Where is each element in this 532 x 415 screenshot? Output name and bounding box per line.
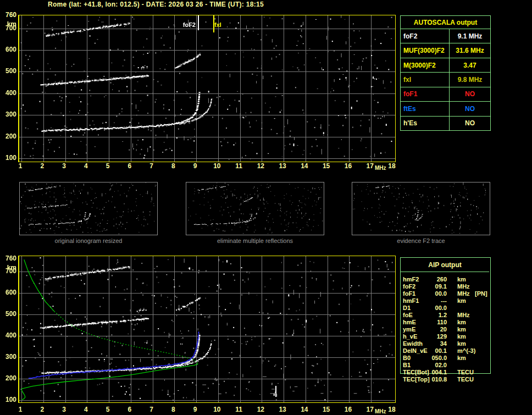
x-tick-label: 14 [297, 162, 312, 170]
y-tick-label: 760 [0, 254, 16, 262]
panel-evidence-f2-canvas [352, 182, 490, 235]
y-tick-label: 400 [0, 89, 16, 97]
aip-unit: km [457, 340, 466, 347]
y-tick-label: 500 [0, 67, 16, 75]
aip-label: D1 [403, 305, 411, 312]
parameter-value: 3.47 [450, 58, 490, 72]
x-tick-label: 18 [385, 162, 399, 170]
x-tick-label: 11 [232, 162, 246, 170]
autoscala-row-hes: h'EsNO [401, 117, 490, 130]
aip-label: foE [403, 312, 413, 319]
x-tick-label: 13 [275, 162, 290, 170]
autoscala-window: Rome (lat: +41.8, lon: 012.5) - DATE: 20… [0, 0, 532, 415]
autoscala-output-table: AUTOSCALA output foF29.1 MHzMUF(3000)F23… [400, 15, 491, 131]
x-tick-label: 15 [319, 162, 334, 170]
aip-row-yme: ymE20km [403, 326, 490, 333]
y-tick-label: 200 [0, 374, 16, 382]
autoscala-row-muf3000f2: MUF(3000)F231.6 MHz [401, 43, 490, 58]
y-tick-label: 300 [0, 110, 16, 118]
aip-label: B0 [403, 355, 411, 362]
aip-unit: TECU [457, 369, 474, 376]
panel-caption-eliminate: eliminate multiple reflections [186, 237, 324, 244]
aip-row-fof1: foF100.0MHz[PN] [403, 290, 490, 297]
parameter-name: h'Es [401, 117, 450, 130]
aip-unit: MHz [457, 290, 470, 297]
page-title: Rome (lat: +41.8, lon: 012.5) - DATE: 20… [48, 1, 264, 8]
aip-value: 129 [414, 333, 447, 340]
parameter-name: M(3000)F2 [401, 58, 450, 72]
panel-caption-original: original ionogram resized [19, 237, 158, 244]
aip-unit: TECU [457, 376, 474, 383]
y-tick-label: 100 [0, 154, 16, 162]
x-tick-label: 18 [385, 406, 399, 413]
autoscala-row-fof1: foF1NO [401, 87, 490, 102]
aip-value: 004.1 [414, 369, 447, 376]
x-tick-label: 1 [13, 162, 27, 170]
aip-value: 20 [414, 326, 447, 333]
x-tick-label: 10 [210, 162, 224, 170]
parameter-value: NO [450, 102, 490, 115]
aip-value: 00.1 [414, 347, 447, 355]
aip-row-b1: B102.0 [403, 362, 490, 369]
x-tick-label: 15 [319, 406, 334, 413]
x-tick-label: 16 [341, 406, 355, 413]
aip-row-b0: B0050.0km [403, 355, 490, 362]
aip-value: 02.0 [414, 362, 447, 369]
aip-row-hmf2: hmF2260km [403, 276, 490, 283]
aip-unit: MHz [457, 283, 470, 290]
bottom-x-axis-unit: MHz [375, 408, 386, 414]
y-tick-label: 700 [0, 267, 16, 275]
foF2-marker-label: foF2 [177, 21, 196, 28]
parameter-value: NO [450, 87, 490, 101]
y-tick-label: 400 [0, 331, 16, 339]
autoscala-table-title: AUTOSCALA output [401, 16, 490, 29]
y-tick-label: 600 [0, 46, 16, 53]
aip-row-d1: D100.0 [403, 305, 490, 312]
aip-row-delnve: DelN_vE00.1m^(-3) [403, 347, 490, 355]
x-tick-label: 12 [253, 162, 268, 170]
autoscala-row-ftes: ftEsNO [401, 102, 490, 116]
x-tick-label: 5 [101, 162, 115, 170]
x-tick-label: 3 [57, 406, 71, 413]
x-tick-label: 8 [166, 406, 180, 413]
fxI-marker-label: fxI [214, 21, 221, 28]
aip-row-hme: hmE110km [403, 319, 490, 326]
top-x-axis-unit: MHz [375, 165, 386, 171]
y-tick-label: 100 [0, 396, 16, 403]
parameter-value: NO [450, 117, 490, 130]
y-tick-label: 500 [0, 310, 16, 318]
parameter-value: 9.8 MHz [450, 73, 490, 86]
x-tick-label: 6 [123, 162, 137, 170]
aip-row-hve: h_vE129km [403, 333, 490, 340]
aip-row-foe: foE1.2MHz [403, 312, 490, 319]
parameter-value: 9.1 MHz [450, 29, 490, 43]
aip-label: B1 [403, 362, 411, 369]
aip-value: 050.0 [414, 355, 447, 362]
aip-value: --- [414, 297, 447, 305]
panel-eliminate-reflections-canvas [186, 182, 324, 235]
parameter-name: ftEs [401, 102, 450, 115]
aip-row-tectop: TEC[Top]010.8TECU [403, 376, 490, 383]
y-tick-label: 600 [0, 289, 16, 296]
aip-unit: km [457, 333, 466, 340]
aip-unit: m^(-3) [457, 347, 475, 355]
aip-value: 34 [414, 340, 447, 347]
y-tick-label: 700 [0, 24, 16, 32]
aip-value: 00.0 [414, 290, 447, 297]
parameter-name: foF2 [401, 29, 450, 43]
autoscala-row-fxi: fxI9.8 MHz [401, 73, 490, 87]
y-tick-label: 760 [0, 11, 16, 19]
y-tick-label: 200 [0, 132, 16, 140]
aip-table-title: AIP output [400, 261, 490, 269]
panel-original-ionogram-canvas [19, 182, 158, 235]
aip-extra: [PN] [475, 290, 487, 297]
aip-value: 00.0 [414, 305, 447, 312]
aip-value: 1.2 [414, 312, 447, 319]
ionogram-top-canvas [18, 15, 396, 162]
autoscala-row-fof2: foF29.1 MHz [401, 29, 490, 43]
x-tick-label: 9 [188, 162, 202, 170]
x-tick-label: 3 [57, 162, 71, 170]
aip-unit: MHz [457, 312, 470, 319]
x-tick-label: 7 [145, 162, 159, 170]
panel-caption-evidence: evidence F2 trace [352, 237, 490, 244]
